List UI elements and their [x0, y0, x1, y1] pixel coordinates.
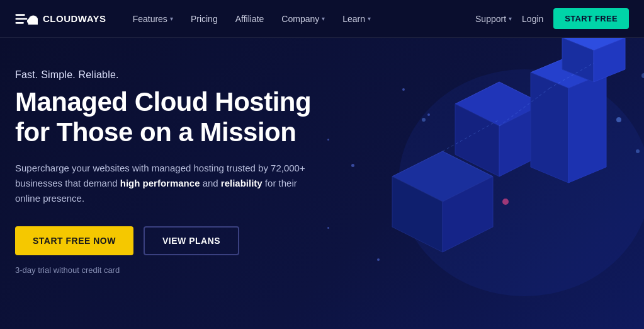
chevron-down-icon: ▾ — [322, 15, 325, 22]
nav-right: Support ▾ Login START FREE — [475, 8, 629, 29]
nav-item-company[interactable]: Company ▾ — [274, 9, 332, 29]
view-plans-button[interactable]: VIEW PLANS — [144, 226, 239, 255]
svg-marker-16 — [568, 72, 606, 183]
logo-icon — [15, 10, 38, 28]
hero-buttons: START FREE NOW VIEW PLANS — [15, 226, 317, 255]
bold-reliability: reliability — [221, 178, 263, 188]
chevron-down-icon: ▾ — [509, 15, 512, 22]
trial-text: 3-day trial without credit card — [15, 265, 317, 275]
svg-point-27 — [641, 73, 644, 78]
hero-illustration — [329, 38, 644, 329]
bold-performance: high performance — [120, 178, 200, 188]
hero-subtitle: Fast. Simple. Reliable. — [15, 69, 317, 81]
nav-item-pricing[interactable]: Pricing — [183, 9, 225, 29]
svg-point-25 — [636, 149, 640, 153]
logo-link[interactable]: CLOUDWAYS — [15, 10, 106, 28]
start-free-now-button[interactable]: START FREE NOW — [15, 226, 133, 255]
hero-content: Fast. Simple. Reliable. Managed Cloud Ho… — [15, 69, 317, 275]
svg-marker-15 — [531, 72, 568, 183]
hero-section: Fast. Simple. Reliable. Managed Cloud Ho… — [0, 38, 644, 329]
chevron-down-icon: ▾ — [170, 15, 173, 22]
navbar: CLOUDWAYS Features ▾ Pricing Affiliate C… — [0, 0, 644, 38]
svg-point-23 — [502, 199, 509, 205]
login-link[interactable]: Login — [522, 14, 543, 24]
nav-item-features[interactable]: Features ▾ — [125, 9, 181, 29]
support-link[interactable]: Support ▾ — [475, 14, 512, 24]
brand-name: CLOUDWAYS — [43, 13, 106, 24]
chevron-down-icon: ▾ — [368, 15, 371, 22]
nav-item-affiliate[interactable]: Affiliate — [228, 9, 272, 29]
hero-description: Supercharge your websites with managed h… — [15, 161, 317, 206]
start-free-nav-button[interactable]: START FREE — [553, 8, 629, 29]
hero-title: Managed Cloud Hostingfor Those on a Miss… — [15, 87, 317, 148]
nav-item-learn[interactable]: Learn ▾ — [335, 9, 378, 29]
svg-point-26 — [422, 118, 426, 122]
svg-rect-6 — [28, 21, 38, 24]
nav-main: Features ▾ Pricing Affiliate Company ▾ L… — [125, 9, 475, 29]
svg-point-24 — [616, 117, 621, 122]
isometric-illustration — [329, 38, 644, 329]
